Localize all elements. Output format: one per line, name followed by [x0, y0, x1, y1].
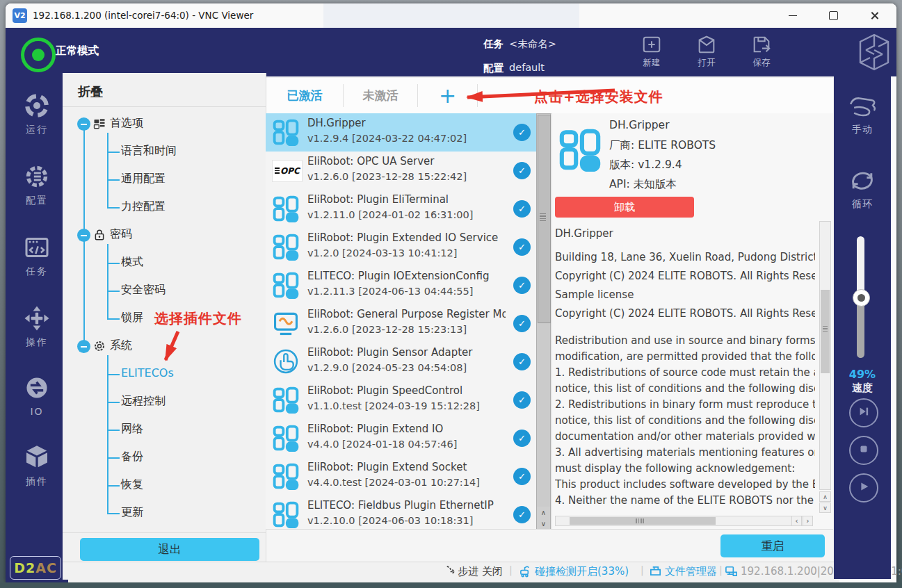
- tree-item-leaf[interactable]: 备份: [121, 450, 143, 464]
- step-forward-icon: [857, 405, 870, 420]
- config-value[interactable]: default: [509, 62, 545, 73]
- sidebar-item-task[interactable]: 任务: [6, 234, 68, 278]
- exit-button[interactable]: 退出: [80, 538, 259, 561]
- plugin-list-item[interactable]: EliRobot: General Purpose Register Monit…: [266, 304, 536, 343]
- tree-item-leaf[interactable]: 安全密码: [121, 283, 166, 297]
- plugin-version: v1.2.9.4 [2024-03-22 04:47:02]: [307, 133, 506, 144]
- task-value[interactable]: <未命名>: [509, 38, 556, 51]
- manual-mode-button[interactable]: 手动: [834, 92, 891, 136]
- play-button[interactable]: [849, 473, 878, 503]
- nav-label: 配置: [26, 195, 48, 207]
- save-button[interactable]: 保存: [740, 32, 783, 74]
- desktop-edge: [0, 582, 902, 588]
- activated-check-icon[interactable]: ✓: [513, 430, 531, 447]
- scroll-down-button[interactable]: ∨: [819, 503, 831, 513]
- task-label: 任务: [483, 38, 504, 51]
- activated-check-icon[interactable]: ✓: [513, 124, 531, 141]
- sidebar-item-config[interactable]: 配置: [6, 163, 68, 207]
- activated-check-icon[interactable]: ✓: [513, 200, 531, 218]
- plugin-list-item[interactable]: EliRobot: Plugin EliTerminal v1.2.11.0 […: [266, 190, 536, 228]
- close-button[interactable]: [858, 3, 890, 27]
- step-status[interactable]: 步进 关闭: [458, 565, 503, 578]
- sidebar-item-jog[interactable]: 操作: [6, 304, 68, 349]
- tree-item-leaf[interactable]: 锁屏: [121, 311, 143, 325]
- cycle-icon: [847, 167, 878, 195]
- annotation-click-plus: 点击+选择安装文件: [534, 88, 663, 106]
- restart-button[interactable]: 重启: [720, 534, 825, 557]
- add-plugin-button[interactable]: +: [418, 78, 477, 113]
- detail-hscrollbar[interactable]: [555, 516, 812, 526]
- plugin-name: DH.Gripper: [307, 117, 506, 129]
- left-nav-rail: 运行 配置 任务 操作 IO 插件: [6, 76, 68, 582]
- plugin-name: EliRobot: Plugin EliTerminal: [307, 193, 506, 206]
- plugin-list-item[interactable]: ELITECO: Fieldbus Plugin EthernetIP v1.2…: [266, 496, 536, 530]
- robot-status-indicator[interactable]: [21, 38, 56, 72]
- tree-collapse-node[interactable]: [77, 117, 90, 131]
- plugin-list-scrollbar[interactable]: ∧ ∨: [536, 113, 551, 530]
- plugin-version: v1.2.6.0 [2023-12-28 15:23:13]: [307, 324, 506, 335]
- tree-collapse-header[interactable]: 折叠: [78, 83, 103, 100]
- scroll-up-button[interactable]: ∧: [819, 491, 831, 502]
- tree-collapse-node[interactable]: [77, 340, 90, 353]
- scroll-up-button[interactable]: ∧: [537, 507, 550, 518]
- tree-group-label[interactable]: 系统: [110, 338, 132, 353]
- plugin-list-item[interactable]: EliRobot: Plugin SpeedControl v1.1.0.tes…: [266, 381, 536, 419]
- sidebar-item-run[interactable]: 运行: [6, 92, 68, 136]
- stop-button[interactable]: [849, 436, 878, 465]
- plugin-name: EliRobot: Plugin SpeedControl: [307, 384, 506, 397]
- tree-item-selected[interactable]: ELITECOs: [121, 366, 174, 379]
- license-line: 3. All advertising materials mentioning …: [555, 445, 815, 461]
- tree-item-leaf[interactable]: 语言和时间: [121, 144, 177, 158]
- scroll-down-button[interactable]: ∨: [537, 518, 550, 529]
- tree-collapse-node[interactable]: [77, 229, 90, 242]
- plugin-list-item[interactable]: EliRobot: Plugin Extended IO Service v1.…: [266, 228, 536, 266]
- minimize-button[interactable]: [777, 3, 809, 27]
- tree-item-leaf[interactable]: 更新: [121, 505, 143, 520]
- tree-item-leaf[interactable]: 远程控制: [121, 394, 166, 409]
- tree-item-leaf[interactable]: 力控配置: [121, 199, 166, 214]
- blocks-icon: [272, 386, 300, 414]
- plugin-list-item[interactable]: EliRobot: Plugin Extend IO v4.4.0 [2024-…: [266, 419, 536, 457]
- collision-status[interactable]: 碰撞检测开启(33%): [535, 565, 629, 578]
- sidebar-item-plugin[interactable]: 插件: [6, 443, 68, 488]
- maximize-button[interactable]: [817, 3, 849, 27]
- activated-check-icon[interactable]: ✓: [513, 277, 531, 294]
- tab-deactivated[interactable]: 未激活: [344, 78, 417, 113]
- tree-item-leaf[interactable]: 通用配置: [121, 172, 166, 186]
- monitor-wave-icon: [272, 309, 300, 337]
- speed-slider-knob[interactable]: [853, 289, 870, 307]
- tree-line: [107, 291, 120, 292]
- step-forward-button[interactable]: [849, 398, 878, 427]
- tree-item-leaf[interactable]: 恢复: [121, 477, 143, 492]
- plugin-list-item[interactable]: EliRobot: Plugin Extend Socket v4.4.0.te…: [266, 457, 536, 496]
- loop-mode-button[interactable]: 循环: [834, 167, 891, 211]
- tree-item-leaf[interactable]: 网络: [121, 422, 143, 436]
- activated-check-icon[interactable]: ✓: [513, 315, 531, 332]
- scroll-right-button[interactable]: ›: [803, 516, 813, 526]
- detail-vscrollbar[interactable]: [819, 221, 831, 490]
- plugin-list-item[interactable]: DH.Gripper v1.2.9.4 [2024-03-22 04:47:02…: [266, 113, 536, 152]
- open-button[interactable]: 打开: [685, 32, 728, 74]
- plugin-name: ELITECO: Plugin IOExtensionConfig: [307, 270, 506, 282]
- tree-group-label[interactable]: 密码: [110, 227, 132, 242]
- plugin-list-item[interactable]: EliRobot: Plugin Sensor Adapter v1.2.9.0…: [266, 343, 536, 381]
- file-manager-link[interactable]: 文件管理器: [665, 565, 717, 578]
- app-header: 正常模式 任务 <未命名> 配置 default 新建 打开 保存: [6, 28, 896, 76]
- tab-activated[interactable]: 已激活: [266, 78, 343, 113]
- activated-check-icon[interactable]: ✓: [513, 238, 531, 256]
- plugin-list-item[interactable]: OPC EliRobot: OPC UA Server v1.2.6.0 [20…: [266, 152, 536, 190]
- scroll-left-button[interactable]: ‹: [791, 516, 802, 526]
- tree-item-leaf[interactable]: 模式: [121, 255, 143, 270]
- uninstall-button[interactable]: 卸载: [555, 197, 694, 218]
- sidebar-item-io[interactable]: IO: [6, 374, 68, 417]
- d2ac-badge[interactable]: D2AC: [10, 556, 61, 580]
- tree-group-label[interactable]: 首选项: [110, 116, 143, 131]
- activated-check-icon[interactable]: ✓: [513, 353, 531, 370]
- activated-check-icon[interactable]: ✓: [513, 391, 531, 409]
- activated-check-icon[interactable]: ✓: [513, 506, 531, 523]
- activated-check-icon[interactable]: ✓: [513, 162, 531, 179]
- plugin-list-item[interactable]: ELITECO: Plugin IOExtensionConfig v1.2.1…: [266, 266, 536, 304]
- activated-check-icon[interactable]: ✓: [513, 468, 531, 485]
- new-button[interactable]: 新建: [630, 32, 673, 74]
- task-code-icon: [23, 234, 51, 261]
